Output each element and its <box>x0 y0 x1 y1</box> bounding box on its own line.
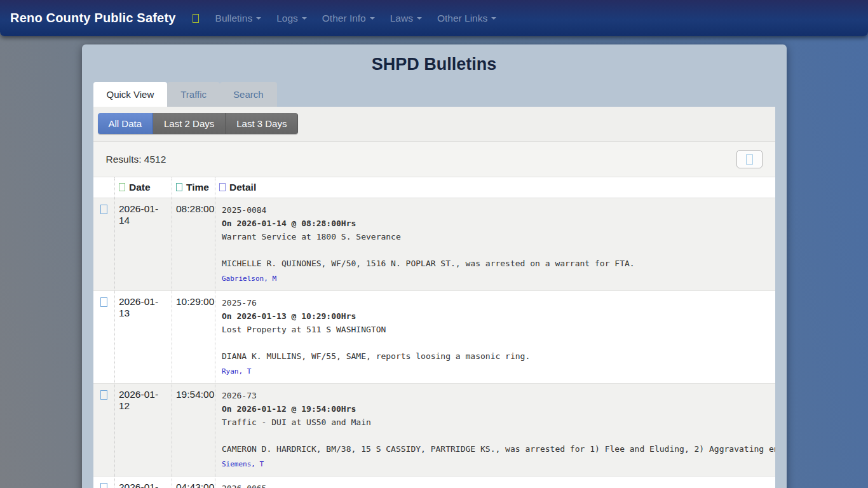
detail-incident-line: Traffic - DUI at US50 and Main <box>222 416 769 429</box>
bulletin-row: 2026-01-14 08:28:00 2025-0084On 2026-01-… <box>93 198 775 291</box>
view-tab-label: Search <box>233 89 264 100</box>
bulletins-table: Date Time Detail 2026-01- <box>93 177 775 488</box>
date-filter-group: All Data Last 2 Days Last 3 Days <box>98 113 299 134</box>
detail-incident-line: Lost Property at 511 S WASHINGTON <box>222 323 769 336</box>
results-label: Results: <box>106 154 142 165</box>
expand-row-icon[interactable] <box>100 483 107 488</box>
refresh-icon <box>746 154 753 165</box>
date-column-icon <box>119 183 125 191</box>
tab-content: All Data Last 2 Days Last 3 Days Results… <box>93 107 775 488</box>
detail-case-number: 2025-76 <box>222 296 769 309</box>
expand-column-header <box>93 177 115 198</box>
expand-row-icon[interactable] <box>100 297 107 307</box>
bulletin-time: 08:28:00 <box>172 198 215 291</box>
brand-title[interactable]: Reno County Public Safety <box>10 11 176 25</box>
view-tab[interactable]: Quick View <box>93 82 168 107</box>
view-tab-label: Quick View <box>107 89 154 100</box>
nav-menu-item[interactable]: Other Links <box>430 8 504 29</box>
date-filter-button[interactable]: Last 2 Days <box>153 113 226 134</box>
date-filter-button-label: Last 3 Days <box>236 118 287 129</box>
main-nav: Bulletins Logs Other Info Laws Other Lin… <box>193 8 505 29</box>
results-count-text: Results: 4512 <box>106 154 166 165</box>
chevron-down-icon <box>491 17 496 20</box>
bulletin-date: 2026-01-13 <box>115 291 172 384</box>
view-tab[interactable]: Search <box>220 82 277 107</box>
bulletin-row: 2026-01-12 19:54:00 2026-73On 2026-01-12… <box>93 384 775 477</box>
nav-menu-item-label: Laws <box>390 13 413 24</box>
bulletin-detail: 2026-0065On 2026-01-10 @ 04:43:00Hrs <box>215 477 775 488</box>
nav-menu-item[interactable]: Other Info <box>315 8 383 29</box>
bulletin-detail: 2026-73On 2026-01-12 @ 19:54:00HrsTraffi… <box>215 384 775 477</box>
detail-narrative: MICHELLE R. QUINONES, WF/50, 1516 N. POP… <box>222 257 769 270</box>
date-filter-button-label: Last 2 Days <box>164 118 214 129</box>
detail-column-label: Detail <box>229 182 256 193</box>
navbar: Reno County Public Safety Bulletins Logs… <box>0 0 868 36</box>
expand-cell[interactable] <box>93 384 115 477</box>
view-tab-label: Traffic <box>180 89 207 100</box>
bulletins-panel: SHPD Bulletins Quick View Traffic Search… <box>82 44 787 488</box>
time-column-icon <box>176 183 182 191</box>
bulletin-row: 2026-01-13 10:29:00 2025-76On 2026-01-13… <box>93 291 775 384</box>
expand-cell[interactable] <box>93 477 115 488</box>
detail-occurred-line: On 2026-01-13 @ 10:29:00Hrs <box>222 309 769 323</box>
chevron-down-icon <box>302 17 307 20</box>
chevron-down-icon <box>370 17 375 20</box>
time-column-header[interactable]: Time <box>172 177 215 198</box>
bulletin-detail: 2025-0084On 2026-01-14 @ 08:28:00HrsWarr… <box>215 198 775 291</box>
date-column-header[interactable]: Date <box>115 177 172 198</box>
bulletin-date: 2026-01-14 <box>115 198 172 291</box>
nav-menu-item[interactable]: Laws <box>383 8 430 29</box>
results-count: 4512 <box>144 154 166 165</box>
detail-officer: Ryan, T <box>222 365 769 378</box>
nav-menu-item[interactable]: Logs <box>269 8 315 29</box>
date-filter-strip: All Data Last 2 Days Last 3 Days <box>93 107 775 142</box>
bulletin-time: 10:29:00 <box>172 291 215 384</box>
refresh-button[interactable] <box>736 150 763 168</box>
detail-occurred-line: On 2026-01-12 @ 19:54:00Hrs <box>222 402 769 416</box>
bulletin-time: 04:43:00 <box>172 477 215 488</box>
bulletin-detail: 2025-76On 2026-01-13 @ 10:29:00HrsLost P… <box>215 291 775 384</box>
expand-row-icon[interactable] <box>100 205 107 214</box>
bulletin-date: 2026-01-10 <box>115 477 172 488</box>
detail-officer: Gabrielson, M <box>222 272 769 285</box>
detail-case-number: 2026-0065 <box>222 482 769 488</box>
bulletin-time: 19:54:00 <box>172 384 215 477</box>
detail-column-icon <box>219 183 226 191</box>
view-tab[interactable]: Traffic <box>167 82 220 107</box>
date-filter-button[interactable]: Last 3 Days <box>226 113 298 134</box>
nav-menu-item-label: Other Info <box>322 13 366 24</box>
page-title: SHPD Bulletins <box>93 44 775 82</box>
nav-menu-item-label: Logs <box>276 13 298 24</box>
time-column-label: Time <box>186 182 209 193</box>
nav-menu-item-label: Other Links <box>437 13 487 24</box>
detail-occurred-line: On 2026-01-14 @ 08:28:00Hrs <box>222 217 769 230</box>
detail-incident-line: Warrant Service at 1800 S. Severance <box>222 230 769 243</box>
results-bar: Results: 4512 <box>93 142 775 177</box>
view-tabs: Quick View Traffic Search <box>93 82 775 107</box>
detail-case-number: 2025-0084 <box>222 203 769 217</box>
chevron-down-icon <box>417 17 422 20</box>
bulletins-table-body: 2026-01-14 08:28:00 2025-0084On 2026-01-… <box>93 198 775 488</box>
detail-column-header[interactable]: Detail <box>215 177 775 198</box>
date-filter-button[interactable]: All Data <box>98 113 154 134</box>
detail-narrative: DIANA K. MULLINS, WF/55, SAME, reports l… <box>222 349 769 363</box>
nav-menu-item-label: Bulletins <box>215 13 253 24</box>
date-filter-button-label: All Data <box>109 118 142 129</box>
expand-cell[interactable] <box>93 291 115 384</box>
nav-menu-item[interactable]: Bulletins <box>208 8 269 29</box>
table-header-row: Date Time Detail <box>93 177 775 198</box>
detail-officer: Siemens, T <box>222 458 769 471</box>
expand-cell[interactable] <box>93 198 115 291</box>
bulletin-row: 2026-01-10 04:43:00 2026-0065On 2026-01-… <box>93 477 775 488</box>
expand-row-icon[interactable] <box>100 390 107 400</box>
detail-case-number: 2026-73 <box>222 389 769 402</box>
bulletin-date: 2026-01-12 <box>115 384 172 477</box>
date-column-label: Date <box>129 182 151 193</box>
detail-narrative: CAMERON D. HARDRICK, BM/38, 15 S CASSIDY… <box>222 442 769 456</box>
bulletins-menu-icon <box>193 14 199 23</box>
chevron-down-icon <box>256 17 261 20</box>
